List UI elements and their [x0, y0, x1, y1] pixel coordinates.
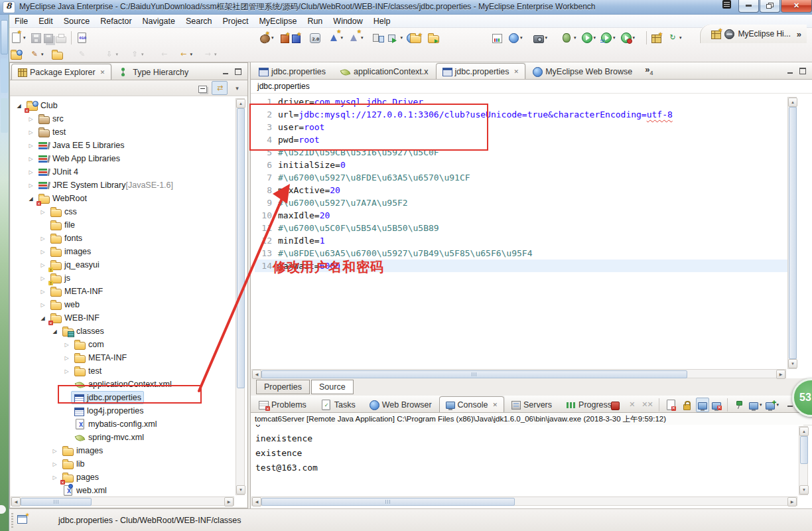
tree-arrow-icon[interactable]: ▷	[27, 156, 35, 162]
tree-arrow-icon[interactable]: ▷	[50, 448, 59, 454]
new-ejb-project-button[interactable]: ★	[279, 31, 291, 45]
console-tab-problems[interactable]: Problems	[252, 396, 313, 412]
export-folder-button[interactable]	[427, 31, 440, 45]
tree-arrow-icon[interactable]: ▷	[27, 169, 35, 175]
tree-arrow-icon[interactable]: ▷	[27, 116, 35, 122]
close-tab-icon[interactable]: ✕	[492, 402, 498, 408]
console-horizontal-scrollbar[interactable]: ◀ ▶	[251, 496, 797, 506]
report-design-button[interactable]	[491, 31, 504, 45]
tree-item-web[interactable]: ▷web	[11, 298, 237, 311]
tree-item-web-app-libraries[interactable]: ▷Web App Libraries	[11, 152, 237, 165]
tree-item-js[interactable]: ▷!js	[11, 271, 237, 285]
tree-item-meta-inf[interactable]: ▷META-INF	[11, 351, 237, 364]
maximize-editor-button[interactable]	[797, 66, 808, 76]
tree-item-classes[interactable]: ◢classes	[11, 325, 237, 338]
tree-arrow-icon[interactable]: ▷	[38, 262, 47, 268]
minimize-view-button[interactable]	[220, 67, 231, 76]
menu-search[interactable]: Search	[180, 15, 218, 27]
pin-button[interactable]	[732, 398, 746, 412]
editor-tab-myeclipse-web-browse[interactable]: MyEclipse Web Browse	[526, 63, 639, 79]
tree-arrow-icon[interactable]: ▷	[27, 183, 35, 189]
tree-arrow-icon[interactable]: ▷	[38, 236, 47, 242]
tree-item-images[interactable]: ▷images	[11, 245, 237, 258]
tree-arrow-icon[interactable]: ▷	[62, 342, 71, 348]
new-folder-button[interactable]: ★	[409, 31, 423, 45]
editor-tab-applicationcontext-x[interactable]: applicationContext.x	[333, 63, 435, 79]
tree-arrow-icon[interactable]: ▷	[27, 143, 35, 149]
open-perspective-icon[interactable]: ★	[711, 31, 721, 39]
tree-item-file[interactable]: file	[11, 218, 237, 232]
console-tab-tasks[interactable]: ✓Tasks	[314, 396, 362, 412]
tree-vertical-scrollbar[interactable]: ▲ ▼	[236, 98, 245, 495]
close-tab-icon[interactable]: ✕	[514, 68, 519, 75]
perspective-label[interactable]: MyEclipse Hi...	[738, 29, 790, 38]
menu-refactor[interactable]: Refactor	[95, 15, 137, 27]
tree-arrow-icon[interactable]: ◢	[27, 196, 35, 202]
tree-item-images[interactable]: ▷images	[11, 444, 237, 457]
tree-item-pages[interactable]: ▷✕pages	[11, 471, 237, 484]
new-wizard-button[interactable]: ★▾	[9, 31, 27, 45]
console-output[interactable]: 0inexistenceexistencetest@163.com	[251, 425, 803, 493]
perspective-overflow-chevron[interactable]: »	[797, 29, 801, 39]
refresh-button[interactable]: ▾	[665, 31, 683, 45]
tree-item-junit-4[interactable]: ▷JUnit 4	[11, 165, 237, 179]
view-menu-button[interactable]	[229, 81, 245, 95]
tree-item-applicationcontext-xml[interactable]: applicationContext.xml	[11, 378, 237, 391]
back-button[interactable]: ▾	[176, 47, 194, 62]
console-vertical-scrollbar[interactable]: ▲ ▼	[799, 426, 808, 495]
terminate-button[interactable]	[610, 398, 621, 412]
console-tab-servers[interactable]: Servers	[505, 396, 559, 412]
menu-run[interactable]: Run	[302, 15, 328, 27]
binary-properties-button[interactable]: 010	[75, 31, 89, 45]
run-server-button[interactable]: ▾	[387, 31, 405, 45]
tree-item-src[interactable]: ▷src	[11, 112, 237, 125]
editor-tab-overflow[interactable]: »4	[640, 64, 653, 79]
editor-page-tab-source[interactable]: Source	[311, 380, 354, 394]
fast-view-icon[interactable]	[17, 515, 27, 524]
editor-tab-jdbc-properties[interactable]: jdbc.properties✕	[436, 63, 526, 79]
tree-arrow-icon[interactable]: ◢	[38, 315, 47, 321]
clear-console-button[interactable]: ✕	[664, 398, 678, 412]
tree-arrow-icon[interactable]: ▷	[38, 209, 47, 215]
pin-console-button[interactable]	[696, 398, 709, 412]
close-tab-icon[interactable]: ✕	[100, 69, 105, 76]
view-tab-package-explorer[interactable]: Package Explorer✕	[11, 64, 111, 80]
restore-window-button[interactable]	[760, 0, 780, 13]
tree-arrow-icon[interactable]: ◢	[15, 103, 23, 109]
editor-horizontal-scrollbar[interactable]: ◀ ▶	[251, 369, 786, 378]
editor-tab-jdbc-properties[interactable]: jdbc.properties	[252, 63, 332, 79]
new-web-project-button[interactable]: ★▾	[259, 31, 275, 45]
tree-arrow-icon[interactable]: ▷	[38, 302, 47, 308]
open-resource-button[interactable]	[9, 47, 23, 62]
web-service-button[interactable]: 2.0	[308, 31, 322, 45]
tree-horizontal-scrollbar[interactable]: ◀ ▶	[11, 496, 234, 506]
menu-project[interactable]: Project	[218, 15, 254, 27]
console-tab-web-browser[interactable]: Web Browser	[363, 396, 439, 412]
tree-arrow-icon[interactable]: ▷	[27, 129, 35, 135]
title-bar[interactable]: MyEclipse Java Enterprise - C:/BaiduYunD…	[0, 0, 812, 15]
menu-source[interactable]: Source	[58, 15, 96, 27]
tree-item-spring-mvc-xml[interactable]: spring-mvc.xml	[11, 431, 237, 444]
debug-button[interactable]: ▾	[559, 31, 578, 45]
tree-item-meta-inf[interactable]: ▷META-INF	[11, 285, 237, 298]
tree-item-web-inf[interactable]: ◢✕WEB-INF	[11, 311, 237, 325]
menu-myeclipse[interactable]: MyEclipse	[253, 15, 302, 27]
tree-arrow-icon[interactable]: ▷	[38, 275, 47, 281]
minimize-window-button[interactable]	[738, 0, 759, 13]
link-with-editor-button[interactable]	[212, 81, 228, 95]
tree-item-jdbc-properties[interactable]: jdbc.properties	[11, 391, 237, 404]
tree-item-log4j-properties[interactable]: log4j.properties	[11, 404, 237, 417]
tree-item-test[interactable]: ▷test	[11, 364, 237, 378]
tree-item-jre-system-library[interactable]: ▷JRE System Library [JavaSE-1.6]	[11, 179, 237, 192]
close-window-button[interactable]: ✕	[781, 0, 812, 13]
tree-arrow-icon[interactable]: ▷	[50, 475, 59, 481]
menu-window[interactable]: Window	[328, 15, 368, 27]
console-tab-console[interactable]: Console✕	[439, 396, 504, 412]
tree-item-fonts[interactable]: ▷fonts	[11, 232, 237, 245]
tree-item-css[interactable]: ▷css	[11, 205, 237, 218]
tree-item-club[interactable]: ◢✕Club	[11, 99, 237, 112]
remove-all-launches-button[interactable]	[640, 398, 654, 412]
sync-deploy-button[interactable]	[372, 31, 385, 45]
input-method-icon[interactable]	[722, 0, 731, 9]
profile-button[interactable]: ▾	[620, 31, 637, 45]
